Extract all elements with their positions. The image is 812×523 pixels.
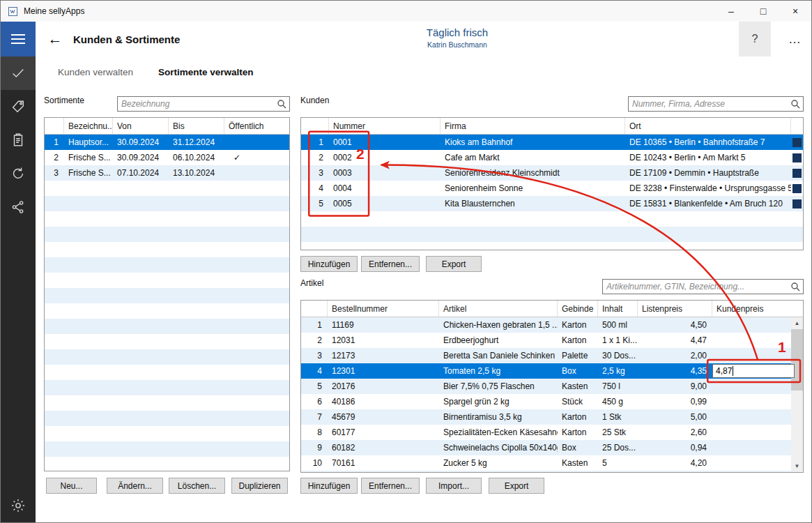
kunden-hinzufuegen-button[interactable]: Hinzufügen: [300, 256, 358, 272]
table-row[interactable]: 212031ErdbeerjoghurtKarton1 x 1 Ki...4,4…: [301, 333, 803, 348]
cell-bestellnummer: 60182: [328, 440, 439, 455]
cell-von: 30.09.2024: [113, 150, 169, 165]
scrollbar-thumb[interactable]: [791, 329, 803, 391]
column-header-artikel[interactable]: Artikel: [439, 301, 558, 317]
minimize-button[interactable]: –: [715, 1, 747, 22]
neu-button[interactable]: Neu...: [46, 478, 97, 494]
titlebar: Meine sellyApps – □ ×: [1, 1, 811, 22]
sortimente-search-input[interactable]: [118, 99, 277, 109]
table-row[interactable]: 20002Cafe am MarktDE 10243 • Berlin • Am…: [301, 150, 803, 165]
context-title: Täglich frisch: [346, 26, 569, 38]
artikel-entfernen-button[interactable]: Entfernen...: [361, 478, 420, 494]
check-icon: [10, 66, 26, 81]
artikel-search-input[interactable]: [603, 282, 790, 291]
clipboard-icon: [10, 132, 26, 148]
table-row[interactable]: 640186Spargel grün 2 kgStück450 g0,99: [301, 394, 803, 409]
artikel-table-body: 111169Chicken-Haxen gebraten 1,5 ...Kart…: [301, 317, 803, 472]
cell-ort: DE 10243 • Berlin • Am Markt 5: [625, 150, 791, 165]
table-row[interactable]: 2Frische S...30.09.202406.10.2024✓: [45, 150, 289, 165]
column-header-bezeichnung[interactable]: Bezeichnu...: [64, 118, 113, 134]
sidebar-item-tasks[interactable]: [1, 56, 36, 90]
cell-firma: Seniorenresidenz Kleinschmidt: [441, 165, 625, 181]
cell-gebinde: Stück: [558, 394, 598, 409]
cell-von: 30.09.2024: [113, 135, 169, 150]
kunden-search-input[interactable]: [629, 99, 790, 109]
hamburger-menu-button[interactable]: [1, 22, 36, 56]
cell-artikel: Spargel grün 2 kg: [439, 394, 558, 409]
artikel-import-button[interactable]: Import...: [426, 478, 482, 494]
sidebar-item-share[interactable]: [1, 190, 36, 224]
cell-inhalt: 450 g: [598, 394, 638, 409]
maximize-button[interactable]: □: [747, 1, 779, 22]
column-header-firma[interactable]: Firma: [441, 118, 625, 134]
table-row[interactable]: 40004Seniorenheim SonneDE 3238 • Finster…: [301, 181, 803, 196]
app-header: ← Kunden & Sortimente Täglich frisch Kat…: [1, 22, 811, 56]
cell-kundenpreis: [712, 317, 803, 333]
table-row[interactable]: 412301Tomaten 2,5 kgBox2,5 kg4,354,87: [301, 363, 803, 379]
column-header-num[interactable]: [301, 118, 329, 134]
table-row[interactable]: 520176Bier 7,5% 0,75 FlaschenKasten750 l…: [301, 379, 803, 394]
sidebar-item-orders[interactable]: [1, 123, 36, 157]
artikel-hinzufuegen-button[interactable]: Hinzufügen: [300, 478, 358, 494]
sidebar-item-assortments[interactable]: [1, 90, 36, 123]
column-header-bis[interactable]: Bis: [169, 118, 224, 134]
kunden-export-button[interactable]: Export: [426, 256, 482, 272]
table-row[interactable]: 30003Seniorenresidenz KleinschmidtDE 171…: [301, 165, 803, 181]
scroll-down-icon[interactable]: ▼: [791, 460, 803, 472]
column-header-inhalt[interactable]: Inhalt: [598, 301, 638, 317]
table-row[interactable]: 312173Beretta San Daniele Schinken ...Pa…: [301, 348, 803, 363]
cell-artikel: Schweinelachs Cipolla 50x140g: [439, 440, 558, 455]
table-row[interactable]: 745679Birnentiramisu 3,5 kgKarton1 Stk5,…: [301, 409, 803, 425]
cell-gebinde: Karton: [558, 333, 598, 348]
artikel-export-button[interactable]: Export: [489, 478, 544, 494]
more-options-button[interactable]: …: [780, 22, 809, 56]
column-header-num[interactable]: [301, 301, 328, 317]
sortimente-table-body: 1Hauptsor...30.09.202431.12.20242Frische…: [45, 135, 289, 471]
cell-bestellnummer: 20176: [328, 379, 439, 394]
cell-kundenpreis: [712, 379, 803, 394]
tab-kunden-verwalten[interactable]: Kunden verwalten: [58, 67, 133, 77]
kunden-entfernen-button[interactable]: Entfernen...: [361, 256, 420, 272]
window-controls: – □ ×: [715, 1, 811, 22]
column-header-nummer[interactable]: Nummer: [329, 118, 441, 134]
table-row[interactable]: 1Hauptsor...30.09.202431.12.2024: [45, 135, 289, 150]
cell-ort: DE 10365 • Berlin • Bahnhofstraße 7: [625, 135, 791, 150]
column-header-gebinde[interactable]: Gebinde: [558, 301, 598, 317]
column-header-num[interactable]: [45, 118, 64, 134]
cell-bestellnummer: 12301: [328, 363, 439, 379]
close-button[interactable]: ×: [779, 1, 811, 22]
aendern-button[interactable]: Ändern...: [107, 478, 163, 494]
cell-nummer: 0005: [329, 196, 441, 211]
column-header-listenpreis[interactable]: Listenpreis: [638, 301, 712, 317]
column-header-ort[interactable]: Ort: [625, 118, 791, 134]
cell-num: 2: [301, 150, 329, 165]
loeschen-button[interactable]: Löschen...: [169, 478, 225, 494]
column-header-bestellnummer[interactable]: Bestellnummer: [328, 301, 439, 317]
cell-num: 3: [45, 165, 64, 181]
column-header-von[interactable]: Von: [113, 118, 169, 134]
cell-bezeichnung: Frische S...: [64, 150, 113, 165]
column-header-kundenpreis[interactable]: Kundenpreis: [712, 301, 803, 317]
table-row[interactable]: 960182Schweinelachs Cipolla 50x140gBox25…: [301, 440, 803, 455]
table-row[interactable]: 860177Spezialitäten-Ecken KäsesahneKarto…: [301, 425, 803, 440]
page-title: Kunden & Sortimente: [73, 22, 180, 56]
table-row[interactable]: 3Frische S...07.10.202413.10.2024: [45, 165, 289, 181]
back-button[interactable]: ←: [43, 22, 68, 56]
sidebar-item-sync[interactable]: [1, 157, 36, 190]
column-header-oeffentlich[interactable]: Öffentlich: [224, 118, 289, 134]
duplizieren-button[interactable]: Duplizieren: [231, 478, 288, 494]
cell-num: 1: [301, 135, 329, 150]
sortimente-search: [117, 96, 290, 112]
kundenpreis-edit-input[interactable]: 4,87: [712, 364, 795, 378]
table-row[interactable]: 1070161Zucker 5 kgKasten54,20: [301, 455, 803, 471]
sidebar-nav: [1, 56, 36, 522]
help-button[interactable]: ?: [739, 22, 771, 56]
table-row[interactable]: 10001Kioks am BahnhofDE 10365 • Berlin •…: [301, 135, 803, 150]
cell-num: 5: [301, 379, 328, 394]
scroll-up-icon[interactable]: ▲: [791, 317, 803, 329]
table-row[interactable]: 111169Chicken-Haxen gebraten 1,5 ...Kart…: [301, 317, 803, 333]
tab-sortimente-verwalten[interactable]: Sortimente verwalten: [158, 67, 254, 77]
settings-button[interactable]: [1, 490, 36, 521]
cell-firma: Kita Blausternchen: [441, 196, 625, 211]
table-row[interactable]: 50005Kita BlausternchenDE 15831 • Blanke…: [301, 196, 803, 211]
